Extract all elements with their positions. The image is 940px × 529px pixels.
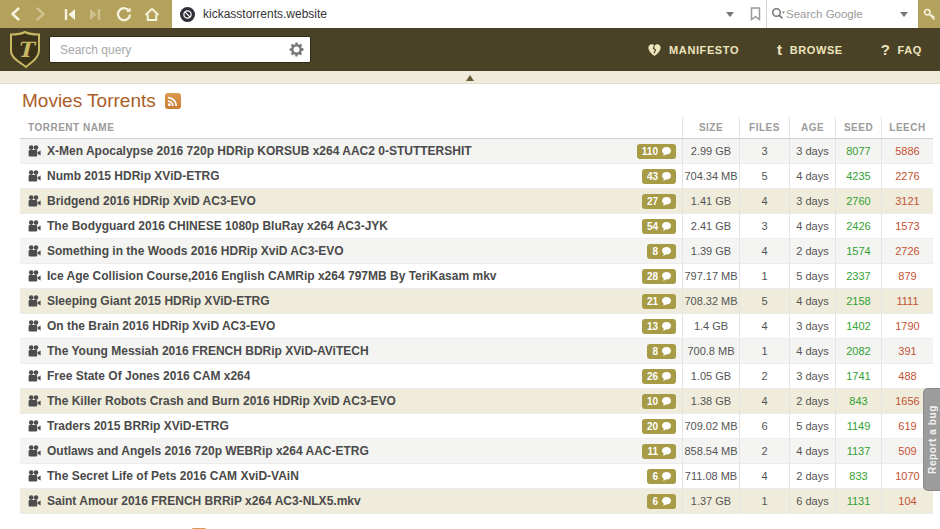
table-row[interactable]: Outlaws and Angels 2016 720p WEBRip x264… — [20, 439, 933, 464]
comment-badge[interactable]: 11 — [642, 444, 676, 459]
table-row[interactable]: The Killer Robots Crash and Burn 2016 HD… — [20, 389, 933, 414]
home-button[interactable] — [140, 0, 164, 28]
kickass-logo[interactable]: T — [8, 31, 42, 69]
torrent-name[interactable]: On the Brain 2016 HDRip XviD AC3-EVO — [47, 319, 275, 333]
table-row[interactable]: Ice Age Collision Course,2016 English CA… — [20, 264, 933, 289]
address-bar[interactable] — [172, 0, 744, 28]
torrent-name[interactable]: Traders 2015 BRRip XViD-ETRG — [47, 419, 229, 433]
movie-camera-icon — [28, 145, 41, 157]
bookmark-button[interactable] — [744, 0, 766, 28]
header-torrent-name[interactable]: TORRENT NAME — [20, 122, 682, 133]
table-row[interactable]: The Young Messiah 2016 FRENCH BDRip XViD… — [20, 339, 933, 364]
header-age[interactable]: AGE — [789, 117, 835, 138]
comment-badge[interactable]: 26 — [642, 369, 676, 384]
rss-icon[interactable] — [165, 93, 181, 109]
back-button[interactable] — [4, 0, 28, 28]
forward-button[interactable] — [28, 0, 52, 28]
torrent-name[interactable]: The Killer Robots Crash and Burn 2016 HD… — [47, 394, 396, 408]
table-row[interactable]: Something in the Woods 2016 HDRip XviD A… — [20, 239, 933, 264]
comment-bubble-icon — [662, 472, 671, 481]
torrent-name[interactable]: X-Men Apocalypse 2016 720p HDRip KORSUB … — [47, 144, 472, 158]
comment-count: 43 — [647, 171, 658, 182]
site-search-input[interactable] — [49, 36, 311, 63]
table-row[interactable]: Free State Of Jones 2016 CAM x264 26 1.0… — [20, 364, 933, 389]
google-search-box[interactable] — [766, 0, 918, 28]
google-search-dropdown-icon[interactable] — [900, 12, 908, 17]
files-cell: 4 — [739, 239, 789, 263]
movie-camera-icon — [28, 270, 41, 282]
comment-badge[interactable]: 110 — [637, 144, 676, 159]
torrent-name[interactable]: Ice Age Collision Course,2016 English CA… — [47, 269, 497, 283]
nav-browse[interactable]: t BROWSE — [777, 42, 843, 57]
name-cell: Sleeping Giant 2015 HDRip XViD-ETRG 21 — [20, 294, 682, 309]
nav-manifesto[interactable]: MANIFESTO — [647, 43, 739, 57]
comment-badge[interactable]: 8 — [647, 344, 676, 359]
torrent-name[interactable]: Sleeping Giant 2015 HDRip XViD-ETRG — [47, 294, 270, 308]
table-row[interactable]: Saint Amour 2016 FRENCH BRRiP x264 AC3-N… — [20, 489, 933, 514]
comment-badge[interactable]: 28 — [642, 269, 676, 284]
home-icon — [144, 7, 160, 22]
header-size[interactable]: SIZE — [682, 117, 739, 138]
table-row[interactable]: Bridgend 2016 HDRip XviD AC3-EVO 27 1.41… — [20, 189, 933, 214]
age-cell: 4 days — [789, 289, 835, 313]
table-row[interactable]: X-Men Apocalypse 2016 720p HDRip KORSUB … — [20, 139, 933, 164]
size-cell: 858.54 MB — [682, 439, 739, 463]
files-cell: 6 — [739, 414, 789, 438]
comment-badge[interactable]: 6 — [647, 469, 676, 484]
comment-badge[interactable]: 13 — [642, 319, 676, 334]
comment-badge[interactable]: 43 — [642, 169, 676, 184]
url-input[interactable] — [203, 7, 720, 21]
header-leech[interactable]: LEECH — [881, 117, 933, 138]
age-cell: 6 days — [789, 489, 835, 513]
skip-next-button[interactable] — [82, 0, 106, 28]
table-row[interactable]: The Bodyguard 2016 CHINESE 1080p BluRay … — [20, 214, 933, 239]
header-files[interactable]: FILES — [739, 117, 789, 138]
torrent-name[interactable]: Free State Of Jones 2016 CAM x264 — [47, 369, 250, 383]
nav-faq[interactable]: ? FAQ — [881, 42, 922, 57]
comment-badge[interactable]: 10 — [642, 394, 676, 409]
movie-camera-icon — [28, 170, 41, 182]
skip-previous-button[interactable] — [58, 0, 82, 28]
torrent-name[interactable]: Bridgend 2016 HDRip XviD AC3-EVO — [47, 194, 256, 208]
google-search-input[interactable] — [786, 8, 894, 20]
table-row[interactable]: Traders 2015 BRRip XViD-ETRG 20 709.02 M… — [20, 414, 933, 439]
torrent-name[interactable]: Numb 2015 HDRip XViD-ETRG — [47, 169, 219, 183]
torrent-name[interactable]: Outlaws and Angels 2016 720p WEBRip x264… — [47, 444, 369, 458]
refresh-icon — [116, 6, 132, 22]
collapse-up-arrow-icon[interactable] — [466, 75, 474, 81]
files-cell: 2 — [739, 364, 789, 388]
comment-badge[interactable]: 27 — [642, 194, 676, 209]
comment-badge[interactable]: 21 — [642, 294, 676, 309]
forward-icon — [33, 7, 47, 21]
name-cell: X-Men Apocalypse 2016 720p HDRip KORSUB … — [20, 144, 682, 159]
url-dropdown-icon[interactable] — [726, 12, 734, 17]
table-row[interactable]: Numb 2015 HDRip XViD-ETRG 43 704.34 MB 5… — [20, 164, 933, 189]
gear-icon[interactable] — [288, 41, 305, 58]
table-row[interactable]: Sleeping Giant 2015 HDRip XViD-ETRG 21 7… — [20, 289, 933, 314]
age-cell: 5 days — [789, 414, 835, 438]
comment-badge[interactable]: 6 — [647, 494, 676, 509]
size-cell: 1.38 GB — [682, 389, 739, 413]
comment-count: 26 — [647, 371, 658, 382]
torrent-name[interactable]: The Young Messiah 2016 FRENCH BDRip XViD… — [47, 344, 369, 358]
movie-camera-icon — [28, 245, 41, 257]
torrent-name[interactable]: Saint Amour 2016 FRENCH BRRiP x264 AC3-N… — [47, 494, 361, 508]
header-seed[interactable]: SEED — [835, 117, 881, 138]
key-button[interactable] — [920, 0, 938, 28]
comment-badge[interactable]: 8 — [647, 244, 676, 259]
torrent-name[interactable]: The Bodyguard 2016 CHINESE 1080p BluRay … — [47, 219, 388, 233]
table-row[interactable]: The Secret Life of Pets 2016 CAM XviD-VA… — [20, 464, 933, 489]
refresh-button[interactable] — [112, 0, 136, 28]
size-cell: 1.4 GB — [682, 314, 739, 338]
comment-badge[interactable]: 54 — [642, 219, 676, 234]
torrent-name[interactable]: The Secret Life of Pets 2016 CAM XviD-VA… — [47, 469, 299, 483]
report-bug-tab[interactable]: Report a bug — [923, 388, 940, 491]
seed-cell: 1131 — [835, 489, 881, 513]
search-magnifier-icon[interactable] — [771, 7, 786, 21]
age-cell: 4 days — [789, 214, 835, 238]
files-cell: 5 — [739, 164, 789, 188]
comment-count: 8 — [652, 246, 658, 257]
table-row[interactable]: On the Brain 2016 HDRip XviD AC3-EVO 13 … — [20, 314, 933, 339]
torrent-name[interactable]: Something in the Woods 2016 HDRip XviD A… — [47, 244, 344, 258]
comment-badge[interactable]: 20 — [642, 419, 676, 434]
